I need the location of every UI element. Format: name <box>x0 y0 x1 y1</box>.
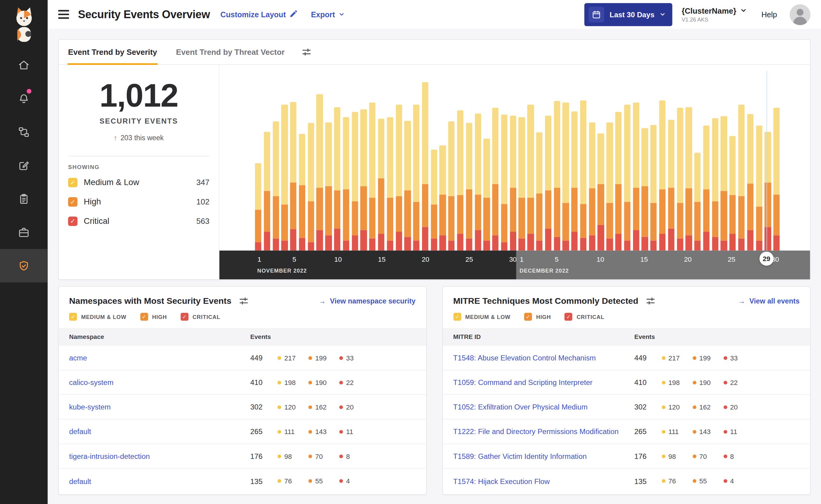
chart-bar[interactable] <box>501 76 507 250</box>
customize-layout-button[interactable]: Customize Layout <box>221 10 298 19</box>
chart-bar[interactable] <box>317 76 323 250</box>
chart-bar[interactable] <box>624 76 630 250</box>
checkbox-checked[interactable]: ✓ <box>180 313 188 321</box>
chart-bar[interactable] <box>334 76 341 250</box>
chart-bar[interactable] <box>694 76 701 250</box>
card-settings-sliders-icon[interactable] <box>646 296 656 306</box>
chart-bar[interactable] <box>519 76 525 250</box>
checkbox-checked[interactable]: ✓ <box>140 313 148 321</box>
menu-icon[interactable] <box>58 10 69 19</box>
chart-bar[interactable] <box>553 76 560 250</box>
sidebar-item-compliance[interactable] <box>0 182 48 216</box>
chart-bar[interactable] <box>378 76 384 250</box>
row-link[interactable]: T1574: Hijack Execution Flow <box>453 477 635 485</box>
chart-settings-sliders-icon[interactable] <box>301 40 311 64</box>
chart-bar[interactable] <box>352 76 358 250</box>
chart-bar[interactable] <box>773 76 780 250</box>
chart-bar[interactable] <box>527 76 534 250</box>
card-settings-sliders-icon[interactable] <box>239 296 249 306</box>
checkbox-checked[interactable]: ✓ <box>68 216 78 226</box>
row-link[interactable]: kube-system <box>69 403 251 411</box>
checkbox-checked[interactable]: ✓ <box>68 177 78 187</box>
sidebar-item-security-events[interactable] <box>0 249 48 283</box>
row-link[interactable]: T1589: Gather Victim Identity Informatio… <box>453 452 635 460</box>
chart-bar[interactable] <box>721 76 727 250</box>
legend-toggle-critical[interactable]: ✓Critical563 <box>68 211 210 231</box>
sidebar-item-workloads[interactable] <box>0 216 48 249</box>
row-link[interactable]: calico-system <box>69 378 251 387</box>
chart-bar[interactable] <box>659 76 666 250</box>
row-link[interactable]: T1222: File and Directory Permissions Mo… <box>453 427 635 436</box>
chart-bar[interactable] <box>686 76 692 250</box>
calico-cat-logo[interactable] <box>8 4 39 43</box>
chart-bar[interactable] <box>387 76 393 250</box>
row-link[interactable]: default <box>69 477 251 485</box>
chart-bar[interactable] <box>273 76 279 250</box>
sidebar-item-home[interactable] <box>0 48 48 82</box>
filter-critical[interactable]: ✓Critical <box>564 313 604 321</box>
row-link[interactable]: T1548: Abuse Elevation Control Mechanism <box>453 353 635 362</box>
checkbox-checked[interactable]: ✓ <box>453 313 461 321</box>
chart-bar[interactable] <box>765 76 771 250</box>
chart-bar[interactable] <box>343 76 349 250</box>
chart-bar[interactable] <box>677 76 683 250</box>
sidebar-item-policies[interactable] <box>0 148 48 182</box>
chart-bar[interactable] <box>510 76 516 250</box>
sidebar-item-alerts[interactable] <box>0 81 48 115</box>
chart-bar[interactable] <box>571 76 577 250</box>
chart-bar[interactable] <box>747 76 753 250</box>
chart-bar[interactable] <box>440 76 446 250</box>
chart-bar[interactable] <box>466 76 472 250</box>
cluster-selector[interactable]: {ClusterName} V1.26 AKS <box>682 6 747 23</box>
row-link[interactable]: default <box>69 427 251 436</box>
chart-bar[interactable] <box>738 76 745 250</box>
chart-bar[interactable] <box>325 76 332 250</box>
chart-bar[interactable] <box>255 76 261 250</box>
chart-bar[interactable] <box>413 76 420 250</box>
chart-bar[interactable] <box>457 76 464 250</box>
user-avatar[interactable] <box>789 4 810 25</box>
filter-critical[interactable]: ✓Critical <box>180 313 220 321</box>
chart-bar[interactable] <box>484 76 490 250</box>
date-range-button[interactable]: Last 30 Days <box>584 3 672 26</box>
chart-bar[interactable] <box>308 76 314 250</box>
chart-bar[interactable] <box>281 76 288 250</box>
chart-bar[interactable] <box>633 76 639 250</box>
chart-bar[interactable] <box>562 76 569 250</box>
legend-toggle-medium-low[interactable]: ✓Medium & Low347 <box>68 173 210 192</box>
chart-bar[interactable] <box>730 76 736 250</box>
row-link[interactable]: tigera-intrusion-detection <box>69 452 251 460</box>
checkbox-checked[interactable]: ✓ <box>564 313 572 321</box>
tab-event-trend-by-severity[interactable]: Event Trend by Severity <box>58 40 166 64</box>
chart-bar[interactable] <box>712 76 718 250</box>
checkbox-checked[interactable]: ✓ <box>524 313 532 321</box>
legend-toggle-high[interactable]: ✓High102 <box>68 192 210 211</box>
export-button[interactable]: Export <box>311 10 344 19</box>
chart-bar[interactable] <box>589 76 595 250</box>
row-link[interactable]: acme <box>69 353 251 362</box>
chart-bar[interactable] <box>422 76 428 250</box>
chart-bar[interactable] <box>290 76 297 250</box>
row-link[interactable]: T1052: Exfiltration Over Physical Medium <box>453 403 635 411</box>
chart-bar[interactable] <box>361 76 367 250</box>
selected-day-marker[interactable]: 29 <box>760 252 774 266</box>
view-all-events-link[interactable]: → View all events <box>738 297 800 305</box>
chart-bar[interactable] <box>597 76 604 250</box>
chart-bar[interactable] <box>580 76 586 250</box>
chart-bar[interactable] <box>396 76 402 250</box>
filter-high[interactable]: ✓High <box>524 313 551 321</box>
chart-bar[interactable] <box>448 76 455 250</box>
filter-medium-low[interactable]: ✓Medium & Low <box>69 313 126 321</box>
chart-bar[interactable] <box>668 76 674 250</box>
sidebar-item-service-graph[interactable] <box>0 115 48 149</box>
checkbox-checked[interactable]: ✓ <box>68 197 78 206</box>
chart-bar[interactable] <box>606 76 613 250</box>
chart-bar[interactable] <box>615 76 622 250</box>
filter-high[interactable]: ✓High <box>140 313 167 321</box>
chart-bar[interactable] <box>650 76 657 250</box>
chart-bar[interactable] <box>756 76 762 250</box>
chart-bar[interactable] <box>703 76 710 250</box>
chart-bar[interactable] <box>492 76 499 250</box>
chart-bar[interactable] <box>545 76 551 250</box>
chart-bar[interactable] <box>369 76 376 250</box>
